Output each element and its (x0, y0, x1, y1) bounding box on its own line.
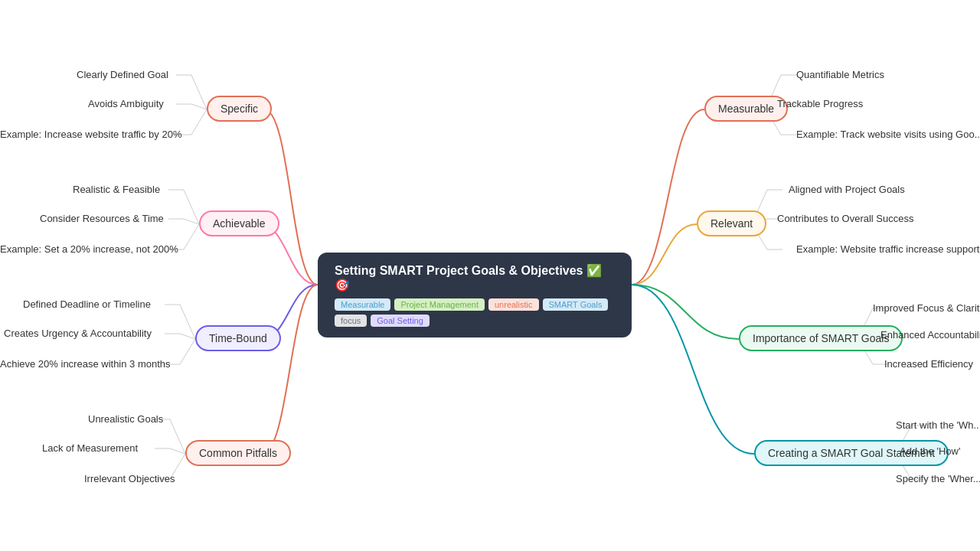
branch-relevant: Relevant (697, 210, 766, 236)
branch-timebound: Time-Bound (195, 325, 281, 351)
leaf-commonpitfalls-2: Irrelevant Objectives (84, 473, 175, 484)
branch-achievable: Achievable (199, 210, 279, 236)
svg-line-0 (191, 75, 207, 109)
leaf-relevant-2: Example: Website traffic increase suppor… (796, 243, 980, 255)
center-title: Setting SMART Project Goals & Objectives… (335, 263, 615, 292)
tag-unrealistic: unrealistic (488, 298, 539, 311)
branch-commonpitfalls: Common Pitfalls (185, 440, 291, 466)
tag-project-management: Project Management (394, 298, 485, 311)
leaf-achievable-2: Example: Set a 20% increase, not 200% (0, 243, 178, 255)
svg-line-20 (170, 448, 185, 454)
tag-goal-setting: Goal Setting (371, 315, 430, 327)
svg-line-8 (184, 219, 199, 224)
svg-line-2 (191, 104, 207, 109)
leaf-measurable-1: Trackable Progress (777, 98, 863, 109)
leaf-achievable-1: Consider Resources & Time (40, 213, 164, 224)
leaf-commonpitfalls-1: Lack of Measurement (42, 442, 138, 454)
svg-line-16 (180, 339, 195, 364)
svg-line-14 (180, 334, 195, 339)
leaf-relevant-1: Contributes to Overall Success (777, 213, 913, 224)
leaf-specific-1: Avoids Ambiguity (88, 98, 164, 109)
branch-specific: Specific (207, 96, 272, 122)
svg-line-10 (184, 224, 199, 249)
leaf-achievable-0: Realistic & Feasible (73, 184, 160, 195)
leaf-creating-0: Start with the 'Wh... (896, 419, 980, 431)
leaf-commonpitfalls-0: Unrealistic Goals (88, 413, 163, 425)
leaf-importance-1: Enhanced Accountability (880, 329, 980, 341)
leaf-creating-1: Add the 'How' (900, 445, 960, 457)
leaf-timebound-2: Achieve 20% increase within 3 months (0, 358, 171, 370)
center-node: Setting SMART Project Goals & Objectives… (318, 253, 632, 337)
center-tags: MeasurableProject ManagementunrealisticS… (335, 298, 615, 327)
leaf-creating-2: Specify the 'Wher... (896, 473, 980, 484)
leaf-specific-0: Clearly Defined Goal (77, 69, 168, 80)
tag-measurable: Measurable (335, 298, 390, 311)
leaf-relevant-0: Aligned with Project Goals (789, 184, 905, 195)
leaf-measurable-2: Example: Track website visits using Goo.… (796, 129, 980, 140)
svg-line-6 (184, 190, 199, 224)
leaf-importance-2: Increased Efficiency (884, 358, 973, 370)
leaf-specific-2: Example: Increase website traffic by 20% (0, 129, 182, 140)
svg-line-18 (170, 419, 185, 454)
leaf-measurable-0: Quantifiable Metrics (796, 69, 884, 80)
leaf-importance-0: Improved Focus & Clarity (873, 302, 980, 314)
leaf-timebound-1: Creates Urgency & Accountability (4, 328, 152, 339)
tag-smart-goals: SMART Goals (543, 298, 609, 311)
svg-line-12 (180, 305, 195, 339)
tag-focus: focus (335, 315, 367, 327)
branch-measurable: Measurable (704, 96, 788, 122)
leaf-timebound-0: Defined Deadline or Timeline (23, 298, 151, 310)
svg-line-4 (191, 109, 207, 135)
branch-importance: Importance of SMART Goals (739, 325, 903, 351)
